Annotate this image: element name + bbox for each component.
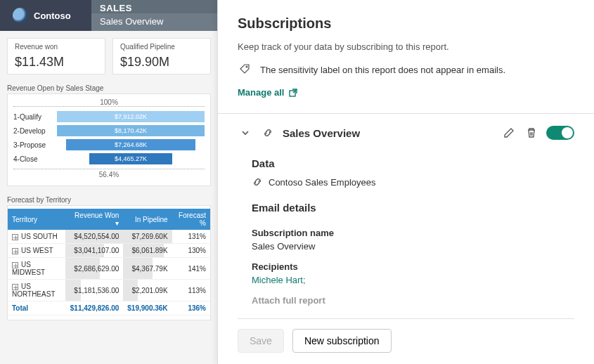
- tag-icon: [238, 62, 253, 77]
- total-row: Total$11,429,826.00$19,900.36K136%: [8, 301, 210, 316]
- attach-label: Attach full report: [252, 295, 574, 306]
- bar-label: 3-Propose: [13, 141, 53, 149]
- manage-all-link[interactable]: Manage all: [238, 87, 574, 98]
- svg-point-0: [246, 66, 247, 67]
- card-revenue-won[interactable]: Revenue won $11.43M: [7, 38, 105, 74]
- bar-label: 2-Develop: [13, 127, 53, 135]
- table-row[interactable]: US WEST $3,041,107.00 $6,061.89K 130%: [8, 244, 210, 258]
- subscription-title: Sales Overview: [283, 127, 494, 139]
- card-label: Qualified Pipeline: [120, 43, 203, 51]
- bar-label: 4-Close: [13, 155, 53, 163]
- enabled-toggle[interactable]: [546, 126, 574, 140]
- card-label: Revenue won: [15, 43, 98, 51]
- bottom-pct: 56.4%: [13, 169, 205, 178]
- subscriptions-panel: Subscriptions Keep track of your data by…: [217, 0, 594, 364]
- panel-title: Subscriptions: [238, 15, 574, 32]
- data-heading: Data: [252, 157, 574, 169]
- sensitivity-text: The sensitivity label on this report doe…: [260, 65, 505, 75]
- new-subscription-button[interactable]: New subscription: [292, 329, 392, 353]
- recipients-label: Recipients: [252, 261, 574, 272]
- name-label: Subscription name: [252, 228, 574, 238]
- expand-icon[interactable]: [12, 262, 18, 268]
- name-value: Sales Overview: [252, 241, 574, 252]
- column-header[interactable]: Revenue Won ▾: [65, 209, 123, 230]
- brand-logo: [13, 8, 28, 23]
- open-external-icon: [288, 88, 298, 98]
- bar-row[interactable]: 3-Propose $7,264.68K: [13, 139, 205, 150]
- table-row[interactable]: US NORTHEAST $1,181,536.00 $2,201.09K 11…: [8, 280, 210, 301]
- data-value: Contoso Sales Employees: [269, 177, 375, 188]
- recipients-value[interactable]: Michele Hart;: [252, 275, 574, 285]
- forecast-table[interactable]: TerritoryRevenue Won ▾In PipelineForecas…: [7, 205, 211, 320]
- trash-icon[interactable]: [524, 125, 539, 141]
- link-icon: [260, 125, 276, 141]
- column-header[interactable]: Forecast %: [172, 209, 210, 230]
- expand-icon[interactable]: [12, 248, 18, 254]
- email-heading: Email details: [252, 202, 574, 214]
- stage-chart-title: Revenue Open by Sales Stage: [7, 82, 211, 93]
- bar-row[interactable]: 1-Qualify $7,912.02K: [13, 111, 205, 122]
- link-icon: [252, 176, 263, 188]
- bar-label: 1-Qualify: [13, 113, 53, 121]
- expand-icon[interactable]: [12, 284, 18, 290]
- column-header[interactable]: Territory: [8, 209, 65, 230]
- forecast-title: Forecast by Territory: [7, 193, 211, 205]
- edit-icon[interactable]: [501, 125, 517, 141]
- brand: Contoso: [0, 0, 91, 31]
- bar-row[interactable]: 4-Close $4,465.27K: [13, 153, 205, 164]
- table-row[interactable]: US MIDWEST $2,686,629.00 $4,367.79K 141%: [8, 258, 210, 280]
- column-header[interactable]: In Pipeline: [123, 209, 172, 230]
- card-value: $19.90M: [120, 55, 203, 70]
- save-button: Save: [238, 329, 284, 353]
- card-value: $11.43M: [15, 55, 98, 70]
- chevron-down-icon[interactable]: [238, 125, 253, 141]
- expand-icon[interactable]: [12, 234, 18, 240]
- card-pipeline[interactable]: Qualified Pipeline $19.90M: [112, 38, 211, 74]
- brand-name: Contoso: [34, 11, 71, 21]
- top-pct: 100%: [13, 98, 205, 107]
- manage-all-label: Manage all: [238, 87, 284, 98]
- table-row[interactable]: US SOUTH $4,520,554.00 $7,269.60K 131%: [8, 230, 210, 244]
- bar-row[interactable]: 2-Develop $8,170.42K: [13, 125, 205, 136]
- stage-chart[interactable]: 100% 1-Qualify $7,912.02K2-Develop $8,17…: [7, 93, 211, 186]
- panel-subtitle: Keep track of your data by subscribing t…: [238, 41, 574, 52]
